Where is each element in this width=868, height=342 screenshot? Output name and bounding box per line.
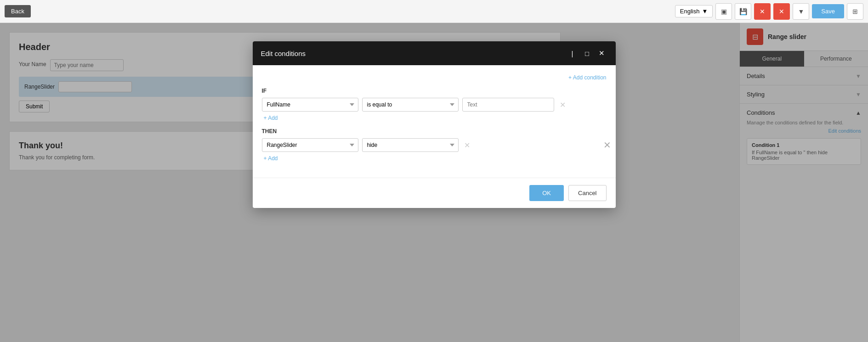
save-alt-icon: 💾	[739, 8, 747, 15]
then-row: RangeSlider FullName hide show require u…	[262, 138, 588, 152]
save-button[interactable]: Save	[812, 4, 844, 18]
modal-pipe-btn[interactable]: |	[567, 48, 578, 59]
modal-footer: OK Cancel	[253, 178, 616, 208]
modal-header: Edit conditions | □ ✕	[253, 41, 616, 65]
if-remove-btn[interactable]: ✕	[558, 100, 567, 110]
red-x-button[interactable]: ✕	[754, 3, 771, 20]
close-x-icon: ✕	[779, 8, 784, 15]
if-text-input[interactable]	[462, 98, 554, 112]
close-x-button[interactable]: ✕	[773, 3, 790, 20]
modal-maximize-btn[interactable]: □	[582, 48, 593, 59]
edit-conditions-modal: Edit conditions | □ ✕ + Add condition IF…	[253, 41, 616, 208]
if-row: FullName RangeSlider is equal to is not …	[262, 98, 607, 112]
if-block: IF FullName RangeSlider is equal to is n…	[262, 88, 607, 121]
modal-close-btn[interactable]: ✕	[596, 48, 607, 59]
save-alt-button[interactable]: 💾	[735, 3, 751, 20]
then-action-select[interactable]: hide show require unrequire	[362, 138, 459, 152]
condition-block-close-btn[interactable]: ✕	[603, 140, 611, 151]
modal-header-actions: | □ ✕	[567, 48, 607, 59]
dropdown-icon: ▼	[798, 8, 804, 15]
language-chevron-icon: ▼	[702, 8, 708, 15]
layout-icon: ⊞	[852, 8, 858, 15]
layout-button[interactable]: ⊞	[847, 3, 863, 20]
cancel-button[interactable]: Cancel	[568, 185, 606, 201]
back-button[interactable]: Back	[5, 5, 31, 17]
then-field-select[interactable]: RangeSlider FullName	[262, 138, 358, 152]
modal-body: + Add condition IF FullName RangeSlider …	[253, 65, 616, 178]
then-label: THEN	[262, 128, 588, 135]
then-block: THEN RangeSlider FullName hide show requ…	[262, 128, 607, 162]
then-remove-btn[interactable]: ✕	[462, 140, 472, 151]
frame-button[interactable]: ▣	[715, 3, 732, 20]
if-label: IF	[262, 88, 607, 94]
then-add-link[interactable]: + Add	[264, 155, 278, 162]
modal-title: Edit conditions	[261, 50, 306, 57]
modal-overlay: Edit conditions | □ ✕ + Add condition IF…	[0, 23, 868, 342]
if-add-link[interactable]: + Add	[264, 115, 278, 121]
if-field-select[interactable]: FullName RangeSlider	[262, 98, 358, 112]
if-condition-select[interactable]: is equal to is not equal to contains doe…	[362, 98, 459, 112]
toolbar: Back English ▼ ▣ 💾 ✕ ✕ ▼ Save ⊞	[0, 0, 868, 23]
language-selector[interactable]: English ▼	[675, 5, 713, 17]
dropdown-button[interactable]: ▼	[793, 3, 809, 20]
add-condition-link[interactable]: + Add condition	[262, 74, 607, 81]
ok-button[interactable]: OK	[529, 185, 564, 201]
frame-icon: ▣	[721, 8, 727, 15]
language-label: English	[680, 8, 700, 15]
red-x-icon: ✕	[760, 8, 765, 15]
